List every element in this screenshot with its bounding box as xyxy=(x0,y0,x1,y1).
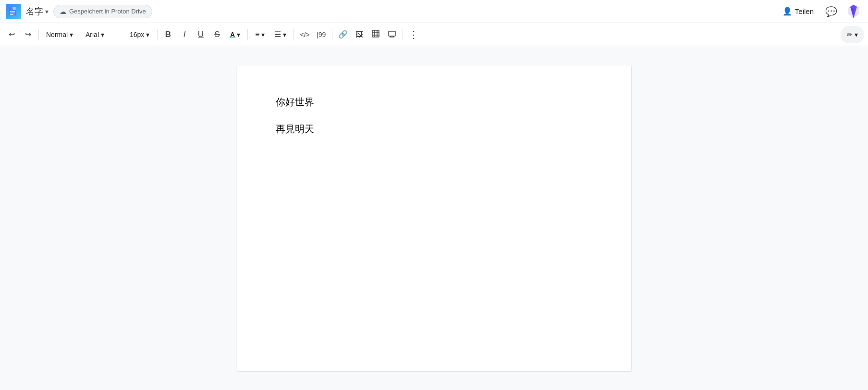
cloud-icon: ☁ xyxy=(60,8,66,15)
list-dropdown-icon: ▾ xyxy=(283,31,286,38)
style-label: Normal xyxy=(46,31,68,38)
strikethrough-button[interactable]: S xyxy=(209,26,225,43)
size-select[interactable]: 16px ▾ xyxy=(125,26,154,43)
text-color-select[interactable]: A ▾ xyxy=(226,26,245,43)
save-status-text: Gespeichert in Proton Drive xyxy=(69,8,146,15)
font-dropdown-icon: ▾ xyxy=(101,31,104,38)
redo-icon: ↪ xyxy=(25,30,31,39)
underline-icon: U xyxy=(198,30,204,39)
underline-button[interactable]: U xyxy=(193,26,208,43)
more-options-icon: ⋮ xyxy=(409,29,418,40)
link-icon: 🔗 xyxy=(338,30,348,39)
toolbar: ↩ ↪ Normal ▾ Arial ▾ 16px ▾ B I U S A ▾ xyxy=(0,23,868,46)
text-color-dropdown-icon: ▾ xyxy=(237,31,240,38)
share-label: Teilen xyxy=(795,7,814,15)
list-select[interactable]: ☰ ▾ xyxy=(270,26,291,43)
redo-button[interactable]: ↪ xyxy=(20,26,36,43)
comment-icon: 💬 xyxy=(825,6,837,17)
font-label: Arial xyxy=(86,31,99,38)
doc-title-area[interactable]: 名字 ▾ xyxy=(26,6,49,17)
table-icon xyxy=(371,29,380,40)
doc-paragraph-2[interactable]: 再見明天 xyxy=(276,121,593,137)
size-dropdown-icon: ▾ xyxy=(146,31,149,38)
align-select[interactable]: ≡ ▾ xyxy=(251,26,269,43)
divider-6 xyxy=(403,29,403,40)
strikethrough-icon: S xyxy=(214,30,220,39)
align-icon: ≡ xyxy=(255,30,259,39)
divider-4 xyxy=(293,29,294,40)
share-button[interactable]: 👤 Teilen xyxy=(779,5,818,18)
title-dropdown-icon[interactable]: ▾ xyxy=(45,8,49,15)
font-select[interactable]: Arial ▾ xyxy=(81,26,124,43)
bold-button[interactable]: B xyxy=(160,26,176,43)
list-icon: ☰ xyxy=(274,30,281,39)
image-icon: 🖼 xyxy=(355,30,363,39)
pen-select[interactable]: ✏ ▾ xyxy=(841,26,864,43)
embed-button[interactable] xyxy=(384,26,400,43)
share-person-icon: 👤 xyxy=(782,7,792,16)
style-dropdown-icon: ▾ xyxy=(70,31,73,38)
divider-2 xyxy=(157,29,158,40)
comment-button[interactable]: 💬 xyxy=(823,4,839,19)
embed-icon xyxy=(388,29,396,40)
image-button[interactable]: 🖼 xyxy=(352,26,367,43)
quote-button[interactable]: |99 xyxy=(314,26,329,43)
divider-5 xyxy=(332,29,332,40)
code-button[interactable]: </> xyxy=(297,26,312,43)
proton-logo xyxy=(845,3,862,20)
link-button[interactable]: 🔗 xyxy=(335,26,351,43)
divider-1 xyxy=(38,29,39,40)
svg-rect-1 xyxy=(12,7,16,10)
svg-rect-11 xyxy=(389,31,395,36)
document-area: 你好世界 再見明天 xyxy=(0,46,868,390)
app-icon xyxy=(6,4,21,19)
doc-page[interactable]: 你好世界 再見明天 xyxy=(237,65,631,371)
doc-title: 名字 xyxy=(26,6,43,17)
size-label: 16px xyxy=(130,31,144,38)
pen-dropdown-icon: ▾ xyxy=(855,31,858,38)
undo-icon: ↩ xyxy=(9,30,15,39)
style-select[interactable]: Normal ▾ xyxy=(42,26,80,43)
more-options-button[interactable]: ⋮ xyxy=(406,26,421,43)
text-color-icon: A xyxy=(230,31,235,38)
bold-icon: B xyxy=(165,30,171,39)
undo-button[interactable]: ↩ xyxy=(4,26,19,43)
svg-rect-6 xyxy=(372,30,379,37)
divider-3 xyxy=(247,29,248,40)
quote-icon: |99 xyxy=(317,31,326,38)
doc-paragraph-1[interactable]: 你好世界 xyxy=(276,94,593,110)
doc-content[interactable]: 你好世界 再見明天 xyxy=(276,94,593,137)
pen-icon: ✏ xyxy=(847,31,853,38)
save-status: ☁ Gespeichert in Proton Drive xyxy=(53,5,152,18)
top-bar-right: 👤 Teilen 💬 xyxy=(779,3,862,20)
code-icon: </> xyxy=(300,31,309,38)
table-button[interactable] xyxy=(368,26,383,43)
italic-button[interactable]: I xyxy=(177,26,192,43)
italic-icon: I xyxy=(183,30,186,39)
align-dropdown-icon: ▾ xyxy=(261,31,265,38)
top-bar: 名字 ▾ ☁ Gespeichert in Proton Drive 👤 Tei… xyxy=(0,0,868,23)
